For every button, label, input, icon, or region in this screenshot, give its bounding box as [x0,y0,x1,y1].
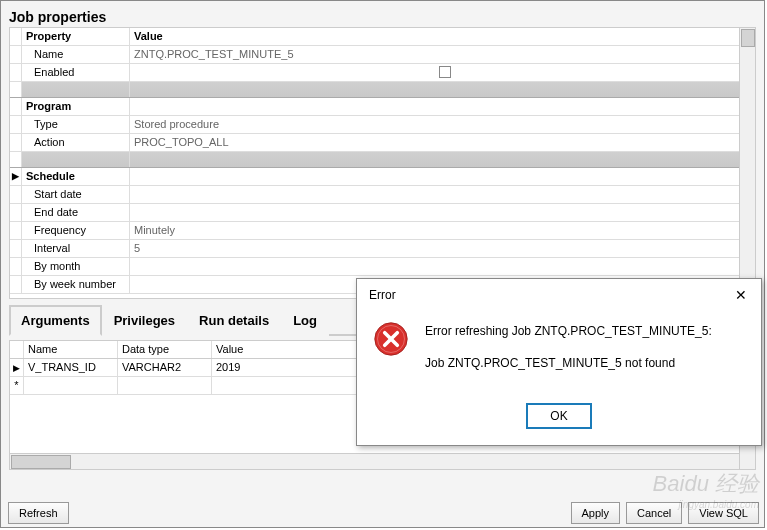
header-value: Value [130,28,755,45]
dialog-title-text: Error [369,288,396,302]
value-action[interactable]: PROC_TOPO_ALL… [130,134,755,151]
row-startdate[interactable]: Start date [10,186,755,204]
value-enabled[interactable] [130,64,755,81]
label-enddate: End date [22,204,130,221]
tab-rundetails[interactable]: Run details [187,305,281,336]
new-row-marker: * [10,377,24,394]
separator: ▾ [10,82,755,98]
header-property: Property [22,28,130,45]
tab-arguments[interactable]: Arguments [9,305,102,336]
error-line2: Job ZNTQ.PROC_TEST_MINUTE_5 not found [425,353,712,373]
row-interval[interactable]: Interval 5 [10,240,755,258]
dialog-titlebar: Error ✕ [357,279,761,307]
refresh-button[interactable]: Refresh [8,502,69,524]
bottom-button-bar: Refresh Apply Cancel View SQL [8,502,759,524]
label-interval: Interval [22,240,130,257]
page-title: Job properties [9,5,756,27]
label-name: Name [22,46,130,63]
viewsql-button[interactable]: View SQL [688,502,759,524]
value-interval[interactable]: 5 [130,240,755,257]
section-program: Program ▾ [10,98,755,116]
label-bymonth: By month [22,258,130,275]
scrollbar-thumb[interactable] [741,29,755,47]
row-marker: ▶ [10,359,24,376]
row-frequency[interactable]: Frequency Minutely [10,222,755,240]
row-bymonth[interactable]: By month [10,258,755,276]
row-name[interactable]: Name ZNTQ.PROC_TEST_MINUTE_5 [10,46,755,64]
scrollbar-horizontal[interactable] [10,453,739,469]
row-enabled[interactable]: Enabled [10,64,755,82]
job-properties-panel: Job properties Property Value Name ZNTQ.… [0,0,765,528]
ok-button[interactable]: OK [526,403,591,429]
value-name[interactable]: ZNTQ.PROC_TEST_MINUTE_5 [130,46,755,63]
label-type: Type [22,116,130,133]
dialog-message: Error refreshing Job ZNTQ.PROC_TEST_MINU… [425,321,712,385]
scrollbar-vertical[interactable] [739,28,755,298]
label-byweeknumber: By week number [22,276,130,293]
scrollbar-thumb[interactable] [11,455,71,469]
args-header-name: Name [24,341,118,358]
arg-datatype[interactable]: VARCHAR2 [118,359,212,376]
label-enabled: Enabled [22,64,130,81]
args-header-datatype: Data type [118,341,212,358]
value-startdate[interactable] [130,186,755,203]
row-marker-current: ▶ [10,168,22,185]
property-grid: Property Value Name ZNTQ.PROC_TEST_MINUT… [9,27,756,299]
row-enddate[interactable]: End date [10,204,755,222]
value-bymonth[interactable] [130,258,755,275]
row-type[interactable]: Type Stored procedure▾ [10,116,755,134]
separator [10,152,755,168]
error-icon [373,321,409,357]
row-marker [10,28,22,45]
section-schedule: ▶ Schedule ▾ [10,168,755,186]
grid-header-row: Property Value [10,28,755,46]
row-action[interactable]: Action PROC_TOPO_ALL… [10,134,755,152]
cancel-button[interactable]: Cancel [626,502,682,524]
error-line1: Error refreshing Job ZNTQ.PROC_TEST_MINU… [425,321,712,341]
label-action: Action [22,134,130,151]
tab-log[interactable]: Log [281,305,329,336]
value-frequency[interactable]: Minutely [130,222,755,239]
dialog-body: Error refreshing Job ZNTQ.PROC_TEST_MINU… [357,307,761,395]
close-icon[interactable]: ✕ [731,287,751,303]
value-type[interactable]: Stored procedure▾ [130,116,755,133]
apply-button[interactable]: Apply [571,502,621,524]
value-enddate[interactable] [130,204,755,221]
checkbox-icon[interactable] [439,66,451,78]
arg-name[interactable]: V_TRANS_ID [24,359,118,376]
dialog-buttons: OK [357,395,761,445]
tab-privileges[interactable]: Privileges [102,305,187,336]
label-frequency: Frequency [22,222,130,239]
error-dialog: Error ✕ Error refreshing Job ZNTQ.PROC_T… [356,278,762,446]
label-startdate: Start date [22,186,130,203]
